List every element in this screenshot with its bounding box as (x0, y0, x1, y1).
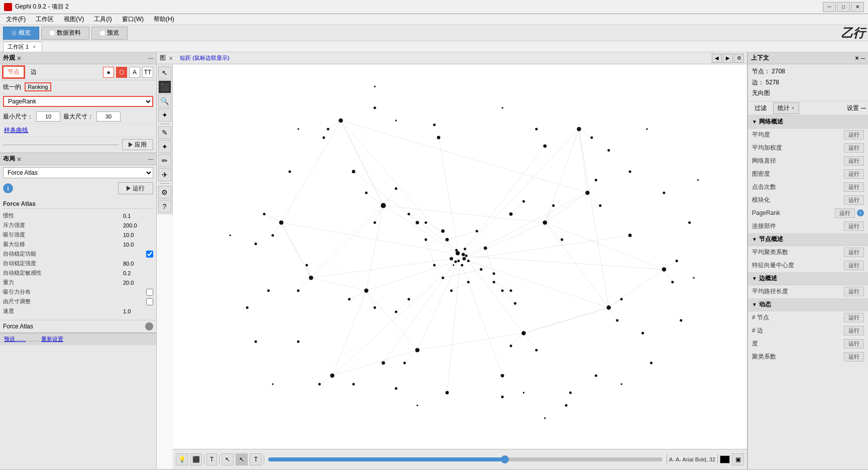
gb-cursor-2-btn[interactable]: ↖ (236, 453, 248, 465)
gt-move-tool[interactable]: ✦ (158, 108, 171, 122)
run-button[interactable]: 运行 (118, 182, 153, 194)
max-size-input[interactable] (96, 111, 121, 122)
gb-square-btn[interactable]: ⬛ (190, 453, 202, 465)
tab-data-lab[interactable]: 数据资料 (41, 27, 89, 40)
rp-avg-weighted-run[interactable]: 运行 (844, 143, 864, 153)
svg-point-86 (450, 257, 453, 261)
rp-eigenvector-run[interactable]: 运行 (844, 261, 864, 270)
divider-line (3, 145, 119, 145)
gb-T2-btn[interactable]: T (250, 453, 262, 465)
rp-tab-stats[interactable]: 统计 × (773, 102, 799, 114)
gt-pencil-tool[interactable]: ✎ (158, 126, 171, 139)
rp-density-run[interactable]: 运行 (844, 169, 864, 179)
gb-extra-btn[interactable]: ▣ (732, 453, 744, 465)
close-button[interactable]: ✕ (851, 2, 864, 12)
graph-nav-prev[interactable]: ◀ (712, 54, 722, 63)
rp-tab-filter[interactable]: 过滤 (750, 102, 771, 114)
menu-window[interactable]: 窗口(W) (118, 14, 148, 25)
rp-clustering-run[interactable]: 运行 (844, 248, 864, 257)
svg-point-188 (621, 383, 622, 385)
appearance-panel-close[interactable]: × (17, 54, 21, 62)
rp-connected-run[interactable]: 运行 (844, 221, 864, 231)
zoom-thumb[interactable] (501, 455, 509, 463)
gb-cursor-1-btn[interactable]: ↖ (222, 453, 234, 465)
gt-select-tool[interactable]: ↖ (158, 66, 171, 79)
apply-button[interactable]: 应用 (122, 139, 153, 150)
gt-airplane-tool[interactable]: ✈ (158, 168, 171, 181)
rp-pagerank-info[interactable]: i (857, 209, 864, 216)
ranking-box[interactable]: Ranking (25, 82, 51, 91)
rp-tabs-minimize[interactable]: ─ (861, 104, 866, 112)
workspace-tab-1[interactable]: 工作区 1 × (3, 42, 42, 52)
appearance-panel-minimize[interactable]: ─ (148, 54, 153, 62)
appearance-icon-color[interactable]: ● (103, 67, 114, 78)
rp-diameter-run[interactable]: 运行 (844, 156, 864, 166)
spline-label[interactable]: 样条曲线 (4, 127, 28, 134)
minimize-button[interactable]: ─ (823, 2, 836, 12)
menu-help[interactable]: 帮助(H) (150, 14, 178, 25)
svg-line-6 (311, 259, 451, 278)
layout-panel-minimize[interactable]: ─ (148, 155, 153, 163)
gt-zoom-tool[interactable]: 🔍 (158, 94, 171, 107)
rp-hash-edges-run[interactable]: 运行 (844, 326, 864, 335)
pagerank-dropdown[interactable]: PageRank (3, 96, 153, 107)
svg-point-114 (381, 203, 386, 208)
appearance-tab-nodes[interactable]: 节点 (3, 66, 24, 78)
svg-point-186 (501, 107, 503, 108)
workspace-tab-1-close[interactable]: × (33, 44, 36, 50)
svg-line-16 (473, 257, 664, 269)
appearance-icon-label-size[interactable]: TT (142, 67, 153, 78)
rp-pagerank-run[interactable]: 运行 (835, 208, 855, 218)
gt-help-tool[interactable]: ? (158, 200, 171, 213)
appearance-icon-text[interactable]: A (129, 67, 140, 78)
fa-size-adjust-checkbox[interactable] (146, 298, 153, 305)
rp-minimize[interactable]: ─ (860, 55, 865, 62)
rp-avg-degree-run[interactable]: 运行 (844, 130, 864, 140)
min-size-input[interactable] (36, 111, 60, 122)
menu-workspace[interactable]: 工作区 (32, 14, 58, 25)
graph-type-row: 无向图 (752, 88, 864, 99)
menu-view[interactable]: 视图(V) (60, 14, 88, 25)
appearance-tab-edges[interactable]: 边 (26, 66, 41, 78)
gt-paint-tool[interactable]: ✏ (158, 154, 171, 167)
svg-point-122 (348, 298, 351, 300)
graph-nav-settings[interactable]: ⚙ (734, 54, 744, 63)
maximize-button[interactable]: □ (837, 2, 850, 12)
rp-hash-nodes-run[interactable]: 运行 (844, 313, 864, 322)
rp-dynamic-arrow: ▼ (752, 302, 757, 307)
gt-settings-tool[interactable]: ⚙ (158, 186, 171, 199)
rp-avg-path-run[interactable]: 运行 (844, 287, 864, 296)
rp-tabs: 过滤 统计 × 设置 ─ (748, 101, 868, 115)
svg-point-121 (364, 289, 368, 293)
layout-dropdown[interactable]: Force Atlas (3, 167, 153, 178)
rp-cluster-coeff-run[interactable]: 运行 (844, 352, 864, 362)
menu-tools[interactable]: 工具(I) (90, 14, 116, 25)
layout-panel-close[interactable]: × (17, 155, 21, 163)
graph-panel-close[interactable]: × (169, 54, 173, 62)
fa-row-speed: 速度 1.0 (3, 306, 153, 316)
svg-point-98 (433, 264, 436, 266)
fa-autostab-checkbox[interactable] (146, 251, 153, 258)
rp-tab-stats-close[interactable]: × (791, 105, 794, 111)
gt-rect-tool[interactable]: ⬛ (158, 80, 171, 93)
appearance-icon-size[interactable]: ⬡ (116, 67, 127, 78)
rp-degree-run[interactable]: 运行 (844, 339, 864, 348)
fa-attract-dist-checkbox[interactable] (146, 289, 153, 296)
info-button[interactable]: i (3, 183, 13, 193)
tab-preview[interactable]: 预览 (91, 27, 128, 40)
rp-close[interactable]: × (855, 55, 858, 62)
svg-point-174 (297, 340, 299, 343)
app-logo: 乙行 (841, 25, 865, 41)
gt-edge-tool[interactable]: ✦ (158, 140, 171, 153)
zoom-bar[interactable] (268, 457, 662, 461)
graph-nav-next[interactable]: ▶ (723, 54, 733, 63)
color-swatch[interactable] (720, 455, 730, 463)
menu-file[interactable]: 文件(F) (2, 14, 30, 25)
tab-overview[interactable]: 概览 (3, 27, 39, 40)
reset-link[interactable]: 重新设置 (41, 335, 63, 343)
gb-T-btn[interactable]: T (206, 453, 217, 465)
gb-lamp-btn[interactable]: 💡 (176, 453, 188, 465)
rp-betweenness-run[interactable]: 运行 (844, 182, 864, 192)
presets-link[interactable]: 预设…… (4, 335, 26, 343)
rp-modularity-run[interactable]: 运行 (844, 195, 864, 205)
